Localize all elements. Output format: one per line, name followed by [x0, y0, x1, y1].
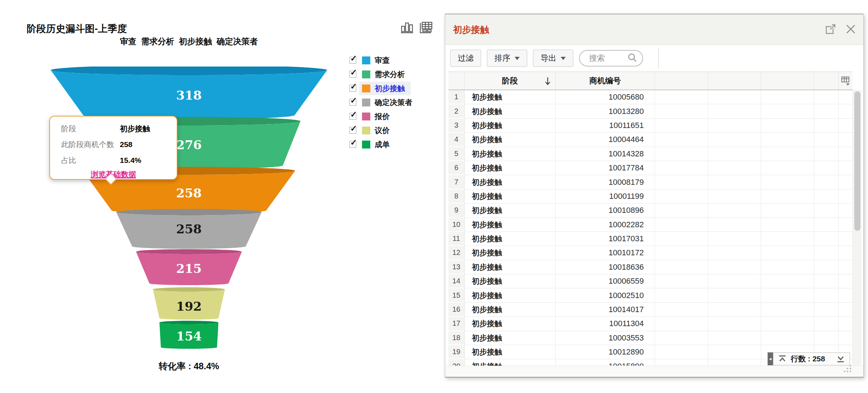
- stage-cell[interactable]: 初步接触: [465, 246, 556, 260]
- stage-cell[interactable]: 初步接触: [465, 90, 556, 104]
- table-row[interactable]: 11初步接触10017031: [448, 232, 853, 246]
- bar-chart-view-icon[interactable]: [400, 20, 414, 34]
- scrollbar-thumb[interactable]: [854, 91, 860, 231]
- search-input[interactable]: [588, 53, 627, 63]
- stage-cell[interactable]: 初步接触: [465, 119, 556, 133]
- scroll-to-bottom-icon[interactable]: [836, 354, 845, 364]
- table-row[interactable]: 7初步接触10008179: [448, 175, 853, 189]
- filter-button-label: 过滤: [458, 53, 474, 64]
- stage-cell[interactable]: 初步接触: [465, 359, 556, 366]
- table-row[interactable]: 17初步接触10011304: [448, 317, 853, 331]
- legend-checkbox[interactable]: ✓: [349, 57, 356, 64]
- opportunity-id-cell[interactable]: 10014328: [556, 147, 655, 161]
- table-row[interactable]: 13初步接触10018636: [448, 260, 853, 274]
- legend-item-审查[interactable]: ✓审查: [349, 53, 418, 67]
- stage-cell[interactable]: 初步接触: [465, 345, 556, 359]
- stage-cell[interactable]: 初步接触: [465, 133, 556, 147]
- legend-checkbox[interactable]: ✓: [349, 113, 356, 120]
- legend-item-议价[interactable]: ✓议价: [349, 123, 418, 137]
- drill-down-dialog: 初步接触 过滤 排序: [445, 14, 864, 378]
- stage-cell[interactable]: 初步接触: [465, 204, 556, 218]
- opportunity-id-cell[interactable]: 10001199: [556, 189, 655, 204]
- opportunity-id-cell[interactable]: 10002282: [556, 218, 655, 232]
- stage-cell[interactable]: 初步接触: [465, 175, 556, 189]
- scroll-to-top-icon[interactable]: [778, 354, 787, 364]
- table-row[interactable]: 12初步接触10010172: [448, 246, 853, 260]
- table-row[interactable]: 9初步接触10010896: [448, 204, 853, 218]
- legend-checkbox[interactable]: ✓: [349, 85, 356, 92]
- opportunity-id-cell[interactable]: 10002510: [556, 288, 655, 302]
- table-row[interactable]: 2初步接触10013280: [448, 104, 853, 118]
- table-row[interactable]: 1初步接触10005680: [448, 90, 853, 104]
- opportunity-id-cell[interactable]: 10017031: [556, 232, 655, 246]
- table-row[interactable]: 10初步接触10002282: [448, 218, 853, 232]
- opportunity-id-cell[interactable]: 10010172: [556, 246, 655, 260]
- legend-item-需求分析[interactable]: ✓需求分析: [349, 67, 418, 81]
- search-box[interactable]: [579, 50, 643, 67]
- stage-cell[interactable]: 初步接触: [465, 274, 556, 288]
- stage-cell[interactable]: 初步接触: [465, 218, 556, 232]
- table-row[interactable]: 18初步接触10003553: [448, 331, 853, 345]
- opportunity-id-cell[interactable]: 10010896: [556, 204, 655, 218]
- opportunity-id-cell[interactable]: 10003553: [556, 331, 655, 345]
- opportunity-id-cell[interactable]: 10017784: [556, 161, 655, 175]
- legend-item-成单[interactable]: ✓成单: [349, 137, 418, 151]
- vertical-scrollbar[interactable]: [853, 90, 862, 365]
- empty-cell: [708, 303, 761, 317]
- opportunity-id-cell[interactable]: 10014017: [556, 303, 655, 317]
- opportunity-id-cell[interactable]: 10015890: [556, 359, 655, 366]
- legend-checkbox[interactable]: ✓: [349, 127, 356, 134]
- statusbar-collapse-handle[interactable]: ◄: [768, 352, 773, 365]
- table-row[interactable]: 16初步接触10014017: [448, 303, 853, 317]
- funnel-chart[interactable]: 318276258258215192154: [49, 67, 329, 354]
- table-row[interactable]: 3初步接触10011651: [448, 119, 853, 133]
- table-row[interactable]: 15初步接触10002510: [448, 288, 853, 302]
- empty-cell: [761, 331, 814, 345]
- opportunity-id-cell[interactable]: 10011304: [556, 317, 655, 331]
- stage-cell[interactable]: 初步接触: [465, 303, 556, 317]
- popout-icon[interactable]: [824, 23, 837, 35]
- stage-cell[interactable]: 初步接触: [465, 147, 556, 161]
- stage-cell[interactable]: 初步接触: [465, 288, 556, 302]
- stage-cell[interactable]: 初步接触: [465, 331, 556, 345]
- table-row[interactable]: 8初步接触10001199: [448, 189, 853, 204]
- tooltip-ratio-value: 15.4%: [120, 156, 141, 165]
- filter-button[interactable]: 过滤: [450, 50, 481, 67]
- stage-cell[interactable]: 初步接触: [465, 161, 556, 175]
- stage-cell[interactable]: 初步接触: [465, 260, 556, 274]
- stage-cell[interactable]: 初步接触: [465, 104, 556, 118]
- stage-cell[interactable]: 初步接触: [465, 232, 556, 246]
- opportunity-id-column-header[interactable]: 商机编号: [556, 72, 655, 90]
- table-view-icon[interactable]: [419, 20, 433, 34]
- legend-checkbox[interactable]: ✓: [349, 99, 356, 106]
- sort-button[interactable]: 排序: [487, 50, 527, 67]
- table-row[interactable]: 6初步接触10017784: [448, 161, 853, 175]
- opportunity-id-cell[interactable]: 10018636: [556, 260, 655, 274]
- opportunity-id-cell[interactable]: 10012890: [556, 345, 655, 359]
- empty-cell: [708, 232, 761, 246]
- column-picker-cell[interactable]: [839, 72, 853, 90]
- legend-checkbox[interactable]: ✓: [349, 141, 356, 148]
- export-button[interactable]: 导出: [533, 50, 573, 67]
- opportunity-id-cell[interactable]: 10008179: [556, 175, 655, 189]
- opportunity-id-cell[interactable]: 10005680: [556, 90, 655, 104]
- legend-item-初步接触[interactable]: ✓初步接触: [349, 81, 418, 95]
- opportunity-id-cell[interactable]: 10006559: [556, 274, 655, 288]
- stage-cell[interactable]: 初步接触: [465, 189, 556, 204]
- opportunity-id-cell[interactable]: 10011651: [556, 119, 655, 133]
- legend-item-报价[interactable]: ✓报价: [349, 109, 418, 123]
- legend-checkbox[interactable]: ✓: [349, 71, 356, 78]
- table-row[interactable]: 14初步接触10006559: [448, 274, 853, 288]
- empty-cell: [814, 288, 839, 302]
- stage-column-header[interactable]: 阶段: [465, 72, 556, 90]
- legend-swatch: [362, 127, 370, 134]
- table-row[interactable]: 5初步接触10014328: [448, 147, 853, 161]
- opportunity-id-cell[interactable]: 10013280: [556, 104, 655, 118]
- table-row[interactable]: 4初步接触10004464: [448, 133, 853, 147]
- legend-item-确定决策者[interactable]: ✓确定决策者: [349, 95, 418, 109]
- empty-cell: [839, 288, 853, 302]
- close-icon[interactable]: [845, 23, 857, 35]
- stage-cell[interactable]: 初步接触: [465, 317, 556, 331]
- opportunity-id-cell[interactable]: 10004464: [556, 133, 655, 147]
- empty-cell: [839, 204, 853, 218]
